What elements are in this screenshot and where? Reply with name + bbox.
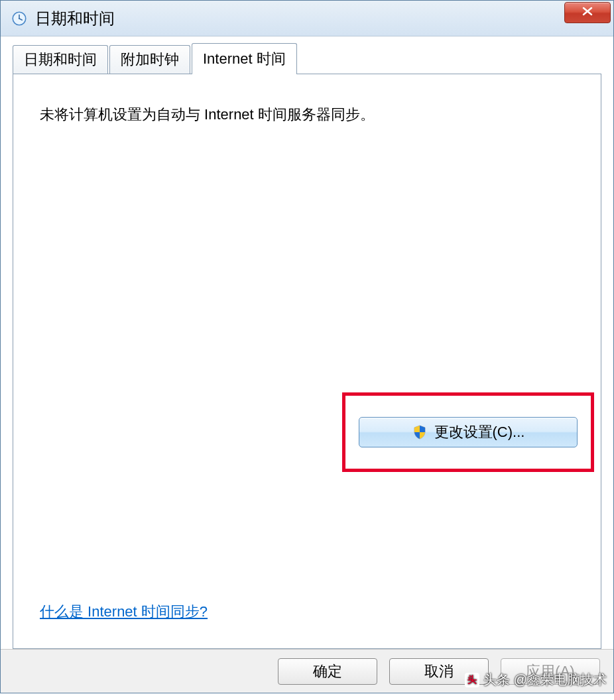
dialog-button-bar: 确定 取消 应用(A) — [1, 649, 613, 693]
help-link-internet-time-sync[interactable]: 什么是 Internet 时间同步? — [40, 602, 208, 622]
ok-button[interactable]: 确定 — [278, 658, 377, 685]
tab-strip: 日期和时间 附加时钟 Internet 时间 — [13, 48, 601, 74]
tab-panel-internet-time: 未将计算机设置为自动与 Internet 时间服务器同步。 — [13, 74, 601, 649]
close-icon — [582, 7, 593, 19]
window-title: 日期和时间 — [35, 8, 608, 29]
tab-internet-time[interactable]: Internet 时间 — [192, 43, 297, 74]
annotation-highlight: 更改设置(C)... — [342, 392, 594, 472]
change-settings-button[interactable]: 更改设置(C)... — [359, 417, 578, 447]
clock-icon — [10, 9, 29, 28]
dialog-window: 日期和时间 日期和时间 附加时钟 Internet 时间 未将计算机设置为自动与… — [0, 0, 614, 693]
uac-shield-icon — [412, 424, 428, 440]
svg-point-3 — [19, 17, 20, 19]
sync-status-text: 未将计算机设置为自动与 Internet 时间服务器同步。 — [40, 105, 574, 125]
tab-date-time[interactable]: 日期和时间 — [13, 45, 108, 74]
change-settings-label: 更改设置(C)... — [434, 422, 525, 442]
cancel-button[interactable]: 取消 — [389, 658, 489, 685]
apply-button: 应用(A) — [501, 658, 600, 685]
close-button[interactable] — [564, 2, 611, 23]
client-area: 日期和时间 附加时钟 Internet 时间 未将计算机设置为自动与 Inter… — [1, 36, 613, 649]
titlebar: 日期和时间 — [1, 1, 613, 36]
tab-additional-clocks[interactable]: 附加时钟 — [109, 45, 190, 74]
